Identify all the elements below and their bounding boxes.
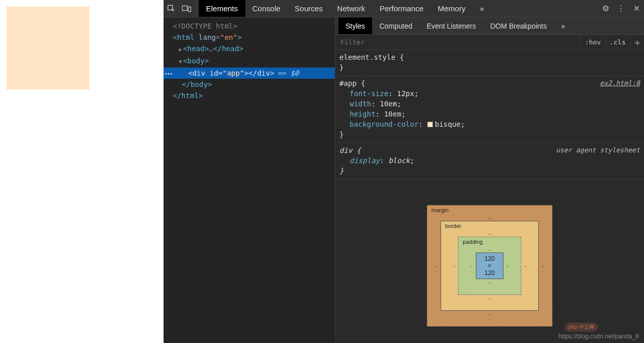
color-swatch[interactable] [427,122,433,127]
box-margin[interactable]: margin - - border - - [427,205,553,327]
gear-icon[interactable]: ⚙ [598,0,613,17]
close-icon[interactable]: ✕ [629,0,644,17]
stab-styles[interactable]: Styles [338,17,372,34]
prop-display[interactable]: display: block; [339,155,640,166]
css-rules: element.style { } ex2.html:8 #app { font… [335,50,644,179]
inspect-icon[interactable] [164,0,179,17]
border-top-val: - [453,231,526,237]
svg-rect-1 [182,6,188,10]
box-padding[interactable]: padding - - 120 × 120 - - [458,237,521,295]
stab-dom-breakpoints[interactable]: DOM Breakpoints [483,17,554,34]
box-content[interactable]: 120 × 120 [476,253,503,279]
tab-more[interactable]: » [473,0,491,17]
tab-sources[interactable]: Sources [288,0,330,17]
tab-network[interactable]: Network [330,0,373,17]
devtools-panel: Elements Console Sources Network Perform… [164,0,644,343]
selector-app[interactable]: #app { [339,78,640,88]
stab-computed[interactable]: Computed [372,17,420,34]
padding-right-val: - [507,263,509,269]
rule-close: } [339,62,640,73]
new-rule-icon[interactable]: ＋ [630,35,644,50]
device-icon[interactable] [179,0,194,17]
cls-toggle[interactable]: .cls [605,35,630,50]
styles-tabs: Styles Computed Event Listeners DOM Brea… [335,17,644,35]
dom-html-open[interactable]: <html lang="en"> [164,32,335,43]
label-margin: margin [431,207,449,213]
padding-bottom-val: - [471,279,508,285]
label-padding: padding [463,239,482,245]
svg-rect-2 [189,7,191,11]
app-element[interactable] [7,7,89,89]
tab-memory[interactable]: Memory [431,0,473,17]
styles-filter-row: :hov .cls ＋ [335,35,644,50]
tab-elements[interactable]: Elements [199,0,245,17]
prop-font-size[interactable]: font-size: 12px; [339,88,640,99]
dom-app-div[interactable]: <div id="app"></div>== $0 [164,67,335,79]
padding-left-val: - [471,263,473,269]
margin-top-val: - [440,215,540,221]
box-border[interactable]: border - - padding - - [441,221,539,311]
prop-background-color[interactable]: background-color: bisque; [339,119,640,129]
tab-performance[interactable]: Performance [373,0,431,17]
margin-left-val: - [435,263,438,269]
rule-origin-link[interactable]: ex2.html:8 [600,78,640,88]
prop-height[interactable]: height: 10em; [339,109,640,119]
tab-console[interactable]: Console [245,0,288,17]
kebab-icon[interactable]: ⋮ [613,0,629,17]
toolbar-separator [196,3,197,14]
box-model[interactable]: margin - - border - - [335,179,644,343]
rule-origin-ua: user agent stylesheet [556,145,640,155]
dom-doctype[interactable]: <!DOCTYPE html> [164,20,335,32]
label-border: border [445,223,462,229]
border-left-val: - [453,263,455,269]
rule-element-style[interactable]: element.style { } [335,50,644,76]
watermark: https://blog.csdn.net/panda_8 [559,333,639,340]
dom-html-close[interactable]: </html> [164,90,335,101]
rule-close: } [339,166,640,176]
dom-tree[interactable]: <!DOCTYPE html> <html lang="en"> ▶<head>… [164,17,335,343]
styles-pane: Styles Computed Event Listeners DOM Brea… [335,17,644,343]
dom-body-close[interactable]: </body> [164,79,335,90]
border-bottom-val: - [453,295,526,301]
rendered-page [0,0,164,343]
devtools-toolbar: Elements Console Sources Network Perform… [164,0,644,17]
prop-width[interactable]: width: 10em; [339,99,640,109]
border-right-val: - [524,263,526,269]
stab-more[interactable]: » [554,17,572,34]
rule-app[interactable]: ex2.html:8 #app { font-size: 12px; width… [335,76,644,143]
margin-bottom-val: - [440,311,540,317]
rule-div-ua[interactable]: user agent stylesheet div { display: blo… [335,143,644,179]
padding-top-val: - [471,246,508,253]
php-badge: php 中文网 [565,323,598,332]
styles-filter-input[interactable] [335,38,580,46]
hov-toggle[interactable]: :hov [580,35,605,50]
stab-event-listeners[interactable]: Event Listeners [420,17,484,34]
margin-right-val: - [542,263,544,269]
rule-close: } [339,129,640,140]
selector-element-style[interactable]: element.style { [339,52,640,62]
dom-body-open[interactable]: ▼<body> [164,55,335,67]
dom-head[interactable]: ▶<head>…</head> [164,43,335,55]
